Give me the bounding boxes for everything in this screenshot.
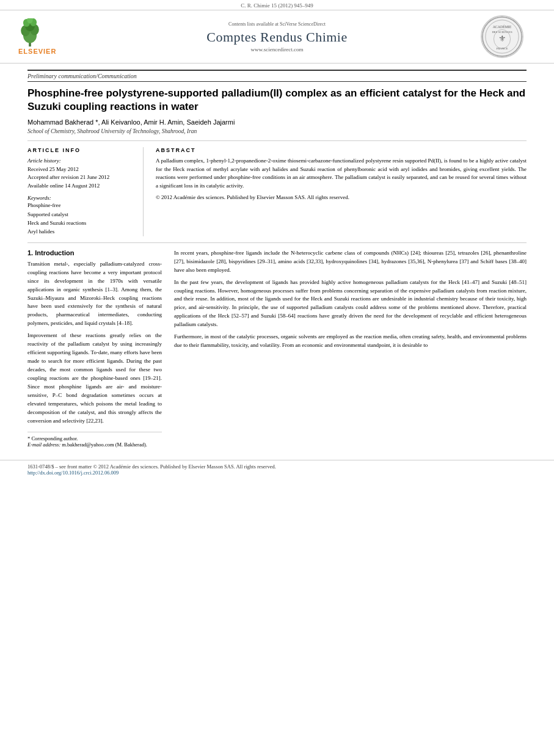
- elsevier-name-text: ELSEVIER: [18, 48, 73, 55]
- right-paragraph-2: In the past few years, the development o…: [174, 278, 527, 330]
- affiliation: School of Chemistry, Shahrood University…: [27, 128, 527, 134]
- doi-line: http://dx.doi.org/10.1016/j.crci.2012.06…: [27, 470, 527, 476]
- keyword-3: Heck and Suzuki reactions: [27, 219, 134, 227]
- keywords-section: Keywords: Phosphine-free Supported catal…: [27, 195, 134, 236]
- citation-bar: C. R. Chimie 15 (2012) 945–949: [0, 0, 554, 10]
- keyword-4: Aryl halides: [27, 227, 134, 236]
- footnote-section: * Corresponding author. E-mail address: …: [27, 432, 162, 448]
- journal-emblem-svg: ACADÉMIE DES SCIENCES ⚜ FRANCE: [482, 16, 522, 57]
- article-type: Preliminary communication/Communication: [27, 70, 527, 82]
- article-history: Article history: Received 25 May 2012 Ac…: [27, 157, 134, 190]
- history-label: Article history:: [27, 157, 134, 165]
- copyright-text: © 2012 Académie des sciences. Published …: [156, 194, 527, 202]
- elsevier-logo-group: [18, 18, 73, 48]
- issn-line: 1631-0748/$ – see front matter © 2012 Ac…: [27, 463, 527, 470]
- right-paragraph-3: Furthermore, in most of the catalytic pr…: [174, 333, 527, 350]
- article-info-abstract: ARTICLE INFO Article history: Received 2…: [27, 140, 527, 236]
- article-info-heading: ARTICLE INFO: [27, 147, 134, 153]
- journal-center: Contents lists available at SciVerse Sci…: [73, 21, 481, 53]
- bottom-bar: 1631-0748/$ – see front matter © 2012 Ac…: [0, 460, 554, 479]
- svg-text:FRANCE: FRANCE: [496, 47, 508, 50]
- intro-paragraph-2: Improvement of these reactions greatly r…: [27, 332, 162, 425]
- email-suffix: (M. Bakherad).: [115, 442, 147, 448]
- right-paragraph-1: In recent years, phosphine-free ligands …: [174, 249, 527, 275]
- intro-paragraph-1: Transition metal-, especially palladium-…: [27, 260, 162, 329]
- corresponding-label: * Corresponding author.: [27, 435, 162, 442]
- intro-left-column: 1. Introduction Transition metal-, espec…: [27, 249, 162, 448]
- abstract-text: A palladium complex, 1-phenyl-1,2-propan…: [156, 157, 527, 190]
- article-info-column: ARTICLE INFO Article history: Received 2…: [27, 147, 144, 236]
- article-content: Preliminary communication/Communication …: [0, 64, 554, 454]
- sciverse-text: Contents lists available at SciVerse Sci…: [73, 21, 481, 27]
- journal-header: ELSEVIER Contents lists available at Sci…: [0, 10, 554, 64]
- journal-title: Comptes Rendus Chimie: [73, 29, 481, 45]
- right-logo-area: ACADÉMIE DES SCIENCES ⚜ FRANCE: [481, 15, 536, 58]
- svg-text:DES SCIENCES: DES SCIENCES: [492, 31, 512, 34]
- intro-heading: 1. Introduction: [27, 249, 162, 256]
- article-title: Phosphine-free polystyrene-supported pal…: [27, 87, 527, 114]
- intro-right-column: In recent years, phosphine-free ligands …: [174, 249, 527, 448]
- received-date: Received 25 May 2012: [27, 165, 134, 174]
- keywords-label-text: Keywords:: [27, 195, 51, 201]
- journal-url: www.sciencedirect.com: [73, 46, 481, 53]
- keywords-label: Keywords:: [27, 195, 134, 201]
- elsevier-tree-icon: [18, 18, 42, 48]
- history-label-text: Article history:: [27, 158, 61, 164]
- available-date: Available online 14 August 2012: [27, 182, 134, 191]
- accepted-date: Accepted after revision 21 June 2012: [27, 173, 134, 182]
- doi-link[interactable]: http://dx.doi.org/10.1016/j.crci.2012.06…: [27, 470, 118, 476]
- abstract-heading: ABSTRACT: [156, 147, 527, 153]
- journal-emblem: ACADÉMIE DES SCIENCES ⚜ FRANCE: [481, 15, 523, 58]
- email-address: m.bakherad@yahoo.com: [62, 442, 114, 448]
- citation-text: C. R. Chimie 15 (2012) 945–949: [241, 2, 313, 9]
- keyword-1: Phosphine-free: [27, 201, 134, 209]
- authors: Mohammad Bakherad *, Ali Keivanloo, Amir…: [27, 118, 527, 126]
- svg-text:ACADÉMIE: ACADÉMIE: [493, 24, 512, 29]
- keyword-2: Supported catalyst: [27, 210, 134, 219]
- elsevier-logo: ELSEVIER: [18, 18, 73, 55]
- email-line: E-mail address: m.bakherad@yahoo.com (M.…: [27, 442, 162, 448]
- introduction-section: 1. Introduction Transition metal-, espec…: [27, 242, 527, 448]
- svg-text:⚜: ⚜: [498, 34, 506, 43]
- authors-text: Mohammad Bakherad *, Ali Keivanloo, Amir…: [27, 118, 235, 126]
- abstract-column: ABSTRACT A palladium complex, 1-phenyl-1…: [156, 147, 527, 236]
- email-label: E-mail address:: [27, 442, 60, 448]
